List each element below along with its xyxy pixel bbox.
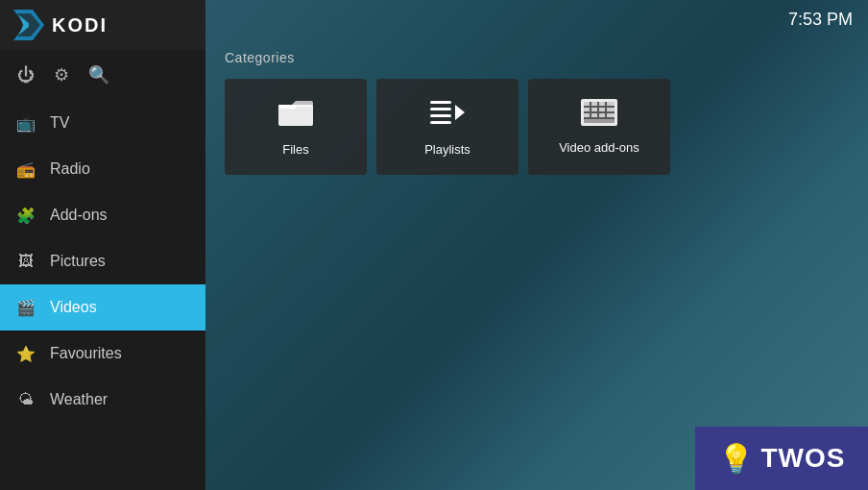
sidebar-label-videos: Videos (50, 299, 97, 316)
svg-rect-18 (599, 108, 605, 111)
sidebar-item-videos[interactable]: 🎬 Videos (0, 284, 205, 331)
sidebar-item-pictures[interactable]: 🖼 Pictures (0, 238, 205, 284)
sidebar-item-add-ons[interactable]: 🧩 Add-ons (0, 192, 205, 238)
tv-icon: 📺 (15, 114, 36, 133)
sidebar-item-tv[interactable]: 📺 TV (0, 100, 205, 146)
watermark: 💡 TWOS (695, 427, 868, 490)
sidebar-item-weather[interactable]: 🌤 Weather (0, 377, 205, 423)
sidebar-label-favourites: Favourites (50, 345, 122, 362)
video-addons-card-label: Video add-ons (559, 140, 639, 155)
app-container: KODI ⏻ ⚙ 🔍 📺 TV 📻 Radio 🧩 Add-ons 🖼 (0, 0, 868, 490)
files-card-icon (278, 97, 313, 133)
category-card-video-add-ons[interactable]: Video add-ons (528, 79, 670, 175)
time-display: 7:53 PM (788, 10, 853, 30)
sidebar-item-favourites[interactable]: ⭐ Favourites (0, 331, 205, 377)
svg-rect-22 (599, 113, 605, 117)
categories-title: Categories (225, 50, 849, 65)
sidebar-label-pictures: Pictures (50, 253, 106, 270)
svg-rect-13 (591, 102, 597, 106)
playlists-card-icon (430, 97, 465, 133)
svg-rect-20 (584, 113, 590, 117)
weather-icon: 🌤 (15, 391, 36, 408)
add-ons-icon: 🧩 (15, 207, 36, 225)
svg-marker-9 (455, 105, 465, 120)
kodi-logo-icon (13, 10, 44, 40)
radio-icon: 📻 (15, 160, 36, 179)
kodi-brand-text: KODI (52, 14, 108, 37)
pictures-icon: 🖼 (15, 253, 36, 270)
sidebar-item-radio[interactable]: 📻 Radio (0, 146, 205, 192)
sidebar-label-radio: Radio (50, 160, 90, 178)
watermark-icon: 💡 (718, 442, 754, 476)
svg-rect-23 (607, 113, 615, 117)
svg-rect-12 (584, 102, 590, 106)
kodi-logo: KODI (13, 10, 108, 40)
svg-rect-14 (599, 102, 605, 106)
sidebar-toolbar: ⏻ ⚙ 🔍 (0, 50, 205, 100)
sidebar-label-weather: Weather (50, 391, 108, 408)
search-icon[interactable]: 🔍 (88, 64, 109, 86)
sidebar: KODI ⏻ ⚙ 🔍 📺 TV 📻 Radio 🧩 Add-ons 🖼 (0, 0, 205, 490)
video-addons-card-icon (581, 99, 617, 131)
categories-grid: Files Playlists (225, 79, 849, 175)
categories-section: Categories Files (205, 38, 868, 186)
svg-rect-5 (430, 101, 451, 104)
svg-rect-8 (430, 121, 451, 124)
watermark-text: TWOS (761, 443, 846, 474)
playlists-card-label: Playlists (424, 142, 470, 157)
main-content: 7:53 PM Categories Files (205, 0, 868, 490)
svg-rect-24 (584, 119, 615, 123)
settings-icon[interactable]: ⚙ (54, 64, 69, 86)
power-icon[interactable]: ⏻ (17, 65, 35, 86)
svg-rect-6 (430, 108, 451, 110)
sidebar-nav: 📺 TV 📻 Radio 🧩 Add-ons 🖼 Pictures 🎬 Vide… (0, 100, 205, 490)
svg-rect-19 (607, 108, 615, 111)
files-card-label: Files (282, 142, 308, 157)
videos-icon: 🎬 (15, 299, 36, 317)
category-card-playlists[interactable]: Playlists (376, 79, 518, 175)
sidebar-label-tv: TV (50, 114, 69, 132)
svg-rect-17 (591, 108, 597, 111)
main-header: 7:53 PM (205, 0, 868, 38)
category-card-files[interactable]: Files (225, 79, 367, 175)
svg-rect-16 (584, 108, 590, 111)
svg-rect-7 (430, 114, 451, 117)
svg-rect-15 (607, 102, 615, 106)
sidebar-header: KODI (0, 0, 205, 50)
sidebar-label-add-ons: Add-ons (50, 207, 108, 224)
favourites-icon: ⭐ (15, 345, 36, 363)
svg-rect-21 (591, 113, 597, 117)
